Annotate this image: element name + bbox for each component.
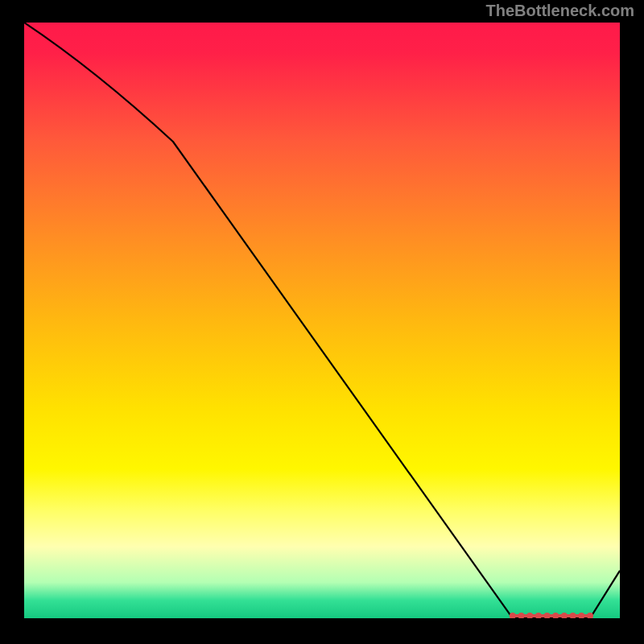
marker-dot [526,613,533,618]
bottleneck-markers [510,613,593,618]
chart-svg [24,23,620,618]
marker-dot [552,613,559,618]
marker-dot [518,613,525,618]
marker-dot [561,613,568,618]
marker-dot [578,613,584,618]
watermark-text: TheBottleneck.com [486,2,634,20]
series-curve [24,23,620,618]
marker-dot [570,613,576,618]
plot-area [24,23,620,618]
marker-dot [510,613,516,618]
marker-dot [535,613,542,618]
marker-dot [544,613,551,618]
chart-container: TheBottleneck.com [0,0,644,644]
